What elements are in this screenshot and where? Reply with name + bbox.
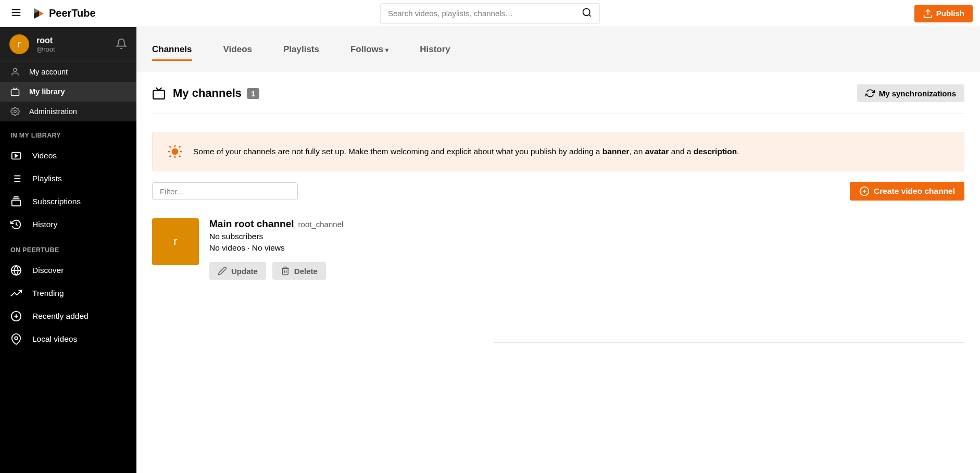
menu-recently-added[interactable]: Recently added bbox=[0, 305, 136, 328]
tab-history[interactable]: History bbox=[420, 40, 450, 59]
main-content: Channels Videos Playlists Follows▾ Histo… bbox=[136, 27, 980, 473]
synchronizations-button[interactable]: My synchronizations bbox=[857, 84, 964, 102]
upload-icon bbox=[923, 8, 933, 19]
user-block[interactable]: r root @root bbox=[0, 27, 136, 61]
tab-follows[interactable]: Follows▾ bbox=[350, 40, 388, 59]
menu-history-label: History bbox=[32, 220, 57, 229]
pin-icon bbox=[10, 333, 22, 345]
section-peertube-title: ON PEERTUBE bbox=[0, 236, 136, 259]
menu-subscriptions[interactable]: Subscriptions bbox=[0, 190, 136, 213]
update-channel-label: Update bbox=[231, 267, 258, 276]
history-icon bbox=[10, 219, 22, 230]
svg-line-37 bbox=[179, 146, 181, 147]
channel-name-link[interactable]: Main root channel bbox=[209, 218, 294, 230]
peertube-logo-icon bbox=[32, 7, 45, 20]
menu-trending-label: Trending bbox=[32, 289, 64, 298]
svg-point-9 bbox=[14, 68, 17, 71]
user-handle: @root bbox=[36, 45, 116, 53]
gear-icon bbox=[10, 107, 20, 116]
account-nav: My account My library Administration bbox=[0, 61, 136, 121]
menu-trending[interactable]: Trending bbox=[0, 282, 136, 305]
chevron-down-icon: ▾ bbox=[385, 46, 388, 54]
sync-icon bbox=[865, 89, 875, 98]
divider bbox=[494, 342, 964, 343]
menu-playlists[interactable]: Playlists bbox=[0, 167, 136, 190]
svg-marker-13 bbox=[15, 154, 18, 157]
channel-handle: root_channel bbox=[298, 220, 344, 229]
svg-point-11 bbox=[14, 110, 17, 113]
svg-rect-20 bbox=[12, 200, 21, 206]
tab-playlists[interactable]: Playlists bbox=[283, 40, 319, 59]
create-channel-button[interactable]: Create video channel bbox=[850, 182, 964, 201]
channel-avatar[interactable]: r bbox=[152, 218, 199, 265]
section-library-title: IN MY LIBRARY bbox=[0, 121, 136, 144]
svg-point-28 bbox=[15, 337, 18, 340]
pencil-icon bbox=[218, 266, 227, 276]
list-icon bbox=[10, 173, 22, 184]
user-info: root @root bbox=[36, 36, 116, 53]
svg-line-35 bbox=[169, 146, 171, 147]
delete-channel-button[interactable]: Delete bbox=[272, 262, 326, 280]
menu-subscriptions-label: Subscriptions bbox=[32, 197, 81, 206]
trash-icon bbox=[281, 266, 290, 276]
menu-history[interactable]: History bbox=[0, 213, 136, 236]
page-title: My channels bbox=[173, 86, 242, 100]
nav-my-library[interactable]: My library bbox=[0, 82, 136, 102]
menu-discover-label: Discover bbox=[32, 266, 64, 275]
svg-point-30 bbox=[172, 148, 179, 155]
search-box bbox=[380, 3, 600, 24]
filter-input[interactable] bbox=[152, 182, 298, 200]
menu-discover[interactable]: Discover bbox=[0, 259, 136, 282]
filter-row: Create video channel bbox=[152, 182, 964, 201]
publish-button[interactable]: Publish bbox=[914, 5, 973, 22]
menu-local-videos[interactable]: Local videos bbox=[0, 328, 136, 351]
notifications-button[interactable] bbox=[116, 38, 127, 51]
trending-icon bbox=[10, 288, 22, 299]
menu-videos-label: Videos bbox=[32, 151, 57, 160]
menu-toggle-button[interactable] bbox=[7, 4, 25, 23]
tip-text: Some of your channels are not fully set … bbox=[193, 147, 739, 156]
user-avatar: r bbox=[9, 34, 29, 54]
hamburger-icon bbox=[10, 7, 22, 18]
search-button[interactable] bbox=[574, 7, 599, 19]
channel-row: r Main root channel root_channel No subs… bbox=[152, 218, 964, 280]
bell-icon bbox=[116, 38, 127, 49]
tab-videos[interactable]: Videos bbox=[223, 40, 252, 59]
setup-tip-banner: Some of your channels are not fully set … bbox=[152, 132, 964, 171]
menu-recently-added-label: Recently added bbox=[32, 312, 89, 321]
nav-my-library-label: My library bbox=[29, 88, 65, 96]
tab-follows-label: Follows bbox=[350, 44, 383, 54]
channel-subscribers: No subscribers bbox=[209, 232, 343, 241]
nav-administration[interactable]: Administration bbox=[0, 102, 136, 121]
svg-line-38 bbox=[169, 156, 171, 157]
synchronizations-label: My synchronizations bbox=[879, 89, 956, 98]
search-container bbox=[380, 3, 600, 24]
svg-line-36 bbox=[179, 156, 181, 157]
menu-playlists-label: Playlists bbox=[32, 174, 62, 183]
create-channel-label: Create video channel bbox=[874, 186, 955, 196]
plus-circle-icon bbox=[10, 310, 22, 322]
tab-channels[interactable]: Channels bbox=[152, 40, 192, 59]
delete-channel-label: Delete bbox=[294, 267, 318, 276]
search-icon bbox=[582, 7, 592, 18]
video-icon bbox=[10, 150, 22, 161]
tabs-bar: Channels Videos Playlists Follows▾ Histo… bbox=[136, 27, 980, 72]
brand-link[interactable]: PeerTube bbox=[32, 7, 96, 20]
nav-administration-label: Administration bbox=[29, 107, 77, 116]
page-title-row: My channels 1 My synchronizations bbox=[152, 84, 964, 114]
top-header: PeerTube Publish bbox=[0, 0, 980, 27]
search-input[interactable] bbox=[381, 9, 574, 18]
menu-videos[interactable]: Videos bbox=[0, 144, 136, 167]
menu-local-videos-label: Local videos bbox=[32, 334, 77, 344]
plus-circle-icon bbox=[859, 186, 870, 196]
svg-rect-10 bbox=[11, 90, 19, 95]
publish-label: Publish bbox=[936, 9, 964, 18]
tv-icon bbox=[10, 87, 20, 96]
nav-my-account[interactable]: My account bbox=[0, 62, 136, 82]
svg-line-7 bbox=[589, 15, 591, 17]
brand-name: PeerTube bbox=[49, 7, 96, 19]
sidebar: r root @root My account My library bbox=[0, 27, 136, 473]
update-channel-button[interactable]: Update bbox=[209, 262, 266, 280]
subscriptions-icon bbox=[10, 196, 22, 207]
user-icon bbox=[10, 67, 20, 77]
